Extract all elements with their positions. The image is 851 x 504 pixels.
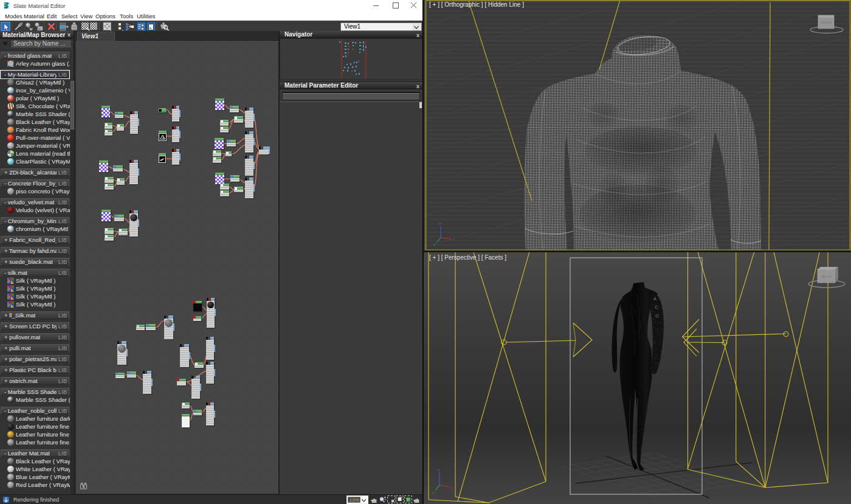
svg-text:y: y xyxy=(433,243,435,246)
svg-text:[ + ] [ Perspective ] [ Facets: [ + ] [ Perspective ] [ Facets ] xyxy=(429,254,506,261)
svg-text:C: C xyxy=(655,305,658,310)
svg-text:x: x xyxy=(450,486,452,489)
svg-text:y: y xyxy=(432,491,434,494)
svg-text:[ + ] [ Orthographic ] [ Hidde: [ + ] [ Orthographic ] [ Hidden Line ] xyxy=(429,1,524,8)
svg-text:FRONT: FRONT xyxy=(821,21,832,24)
svg-text:z: z xyxy=(439,222,441,226)
svg-text:x: x xyxy=(452,238,454,241)
svg-text:G: G xyxy=(655,313,659,319)
svg-text:FRONT: FRONT xyxy=(821,275,832,278)
svg-text:A: A xyxy=(653,296,656,302)
svg-text:z: z xyxy=(438,468,439,472)
